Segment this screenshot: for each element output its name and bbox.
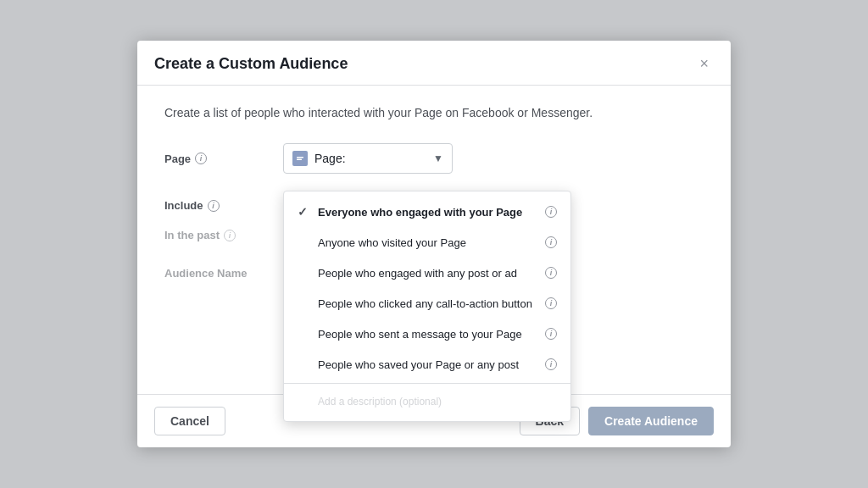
audience-name-label: Audience Name (164, 267, 283, 280)
modal-body: Create a list of people who interacted w… (137, 86, 731, 394)
in-past-label: In the past i (164, 229, 283, 241)
cancel-button[interactable]: Cancel (154, 407, 225, 435)
modal-header: Create a Custom Audience × (137, 41, 731, 86)
item-info-everyone[interactable]: i (545, 206, 557, 218)
item-info-cta[interactable]: i (545, 297, 557, 309)
item-label-cta: People who clicked any call-to-action bu… (318, 297, 538, 310)
page-icon (292, 151, 308, 166)
page-dropdown-arrow: ▼ (433, 152, 443, 164)
modal-overlay: Create a Custom Audience × Create a list… (0, 0, 868, 488)
item-label-saved: People who saved your Page or any post (318, 358, 538, 371)
in-past-info-icon[interactable]: i (224, 230, 236, 241)
page-info-icon[interactable]: i (195, 152, 207, 164)
dropdown-item-cta[interactable]: ✓ People who clicked any call-to-action … (284, 288, 570, 319)
item-label-engaged: People who engaged with any post or ad (318, 267, 538, 280)
page-label: Page i (164, 152, 283, 165)
item-info-engaged[interactable]: i (545, 267, 557, 279)
item-label-visited: Anyone who visited your Page (318, 236, 538, 249)
dropdown-item-visited[interactable]: ✓ Anyone who visited your Page i (284, 227, 570, 258)
dropdown-item-engaged[interactable]: ✓ People who engaged with any post or ad… (284, 258, 570, 288)
include-dropdown-menu: ✓ Everyone who engaged with your Page i … (283, 191, 571, 422)
page-select-text: Page: (314, 152, 426, 165)
checkmark-icon: ✓ (298, 205, 311, 219)
svg-rect-1 (297, 157, 303, 158)
dropdown-item-add[interactable]: Add a description (optional) (284, 387, 570, 416)
modal-description: Create a list of people who interacted w… (164, 106, 704, 119)
include-label: Include i (164, 191, 283, 212)
dropdown-item-message[interactable]: ✓ People who sent a message to your Page… (284, 319, 570, 349)
item-info-saved[interactable]: i (545, 358, 557, 370)
modal-title: Create a Custom Audience (154, 55, 348, 73)
svg-rect-0 (295, 153, 305, 164)
include-row: Include i ✓ Everyone who engaged with yo… (164, 191, 704, 212)
dropdown-divider (284, 383, 570, 384)
create-audience-button[interactable]: Create Audience (588, 407, 714, 435)
close-button[interactable]: × (694, 54, 714, 73)
page-select-button[interactable]: Page: ▼ (283, 143, 453, 174)
item-label-message: People who sent a message to your Page (318, 328, 538, 341)
page-row: Page i Page: ▼ (164, 143, 704, 174)
item-label-everyone: Everyone who engaged with your Page (318, 206, 538, 219)
item-info-visited[interactable]: i (545, 236, 557, 248)
item-info-message[interactable]: i (545, 328, 557, 340)
include-info-icon[interactable]: i (208, 200, 220, 212)
dropdown-item-saved[interactable]: ✓ People who saved your Page or any post… (284, 349, 570, 380)
svg-rect-2 (297, 159, 302, 161)
dropdown-item-everyone[interactable]: ✓ Everyone who engaged with your Page i (284, 197, 570, 227)
modal: Create a Custom Audience × Create a list… (137, 41, 731, 447)
